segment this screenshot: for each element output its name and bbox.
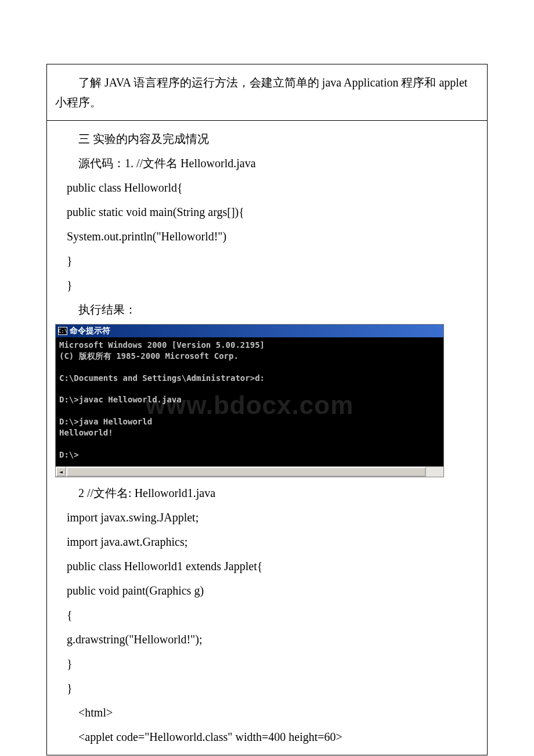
- content-cell: 三 实验的内容及完成情况 源代码：1. //文件名 Helloworld.jav…: [47, 121, 488, 755]
- code1-line: }: [55, 251, 479, 271]
- intro-paragraph: 了解 JAVA 语言程序的运行方法，会建立简单的 java Applicatio…: [55, 73, 479, 112]
- window-title: 命令提示符: [70, 326, 110, 336]
- code2-line: public void paint(Graphics g): [55, 581, 479, 600]
- code2-line: public class Helloworld1 extends Japplet…: [55, 556, 479, 576]
- console-line: (C) 版权所有 1985-2000 Microsoft Corp.: [59, 351, 239, 361]
- watermark-text: www.bdocx.com: [146, 388, 354, 422]
- section-heading: 三 实验的内容及完成情况: [55, 129, 479, 149]
- console-output: www.bdocx.comMicrosoft Windows 2000 [Ver…: [56, 337, 443, 466]
- scroll-track-gap: [426, 467, 443, 477]
- console-line: C:\Documents and Settings\Administrator>…: [59, 373, 265, 383]
- cmd-icon: C:\: [58, 327, 67, 335]
- console-line: D:\>java Helloworld: [59, 417, 152, 426]
- document-table: 了解 JAVA 语言程序的运行方法，会建立简单的 java Applicatio…: [46, 64, 488, 755]
- result-label: 执行结果：: [55, 300, 479, 319]
- titlebar: C:\ 命令提示符: [56, 325, 443, 337]
- console-line: Microsoft Windows 2000 [Version 5.00.219…: [59, 340, 265, 350]
- code2-line: }: [55, 654, 479, 674]
- code2-line: g.drawstring("Helloworld!");: [55, 629, 479, 649]
- code1-line: public static void main(String args[]){: [55, 202, 479, 222]
- command-prompt-window: C:\ 命令提示符 www.bdocx.comMicrosoft Windows…: [55, 324, 444, 477]
- intro-cell: 了解 JAVA 语言程序的运行方法，会建立简单的 java Applicatio…: [47, 64, 488, 121]
- horizontal-scrollbar[interactable]: ◄: [56, 466, 443, 477]
- console-line: Helloworld!: [59, 428, 113, 437]
- code2-line: {: [55, 605, 479, 625]
- html-line: <html>: [55, 703, 479, 722]
- code1-line: }: [55, 275, 479, 295]
- console-line: D:\>: [59, 450, 79, 459]
- html-line: <applet code="Helloworld.class" width=40…: [55, 727, 479, 747]
- code2-line: import javax.swing.JApplet;: [55, 507, 479, 527]
- source-label-2: 2 //文件名: Helloworld1.java: [55, 483, 479, 503]
- code2-line: }: [55, 678, 479, 698]
- source-label-1: 源代码：1. //文件名 Helloworld.java: [55, 153, 479, 173]
- scroll-left-button[interactable]: ◄: [56, 467, 66, 477]
- code1-line: System.out.println("Helloworld!"): [55, 226, 479, 246]
- console-line: D:\>javac Helloworld.java: [59, 395, 182, 404]
- scroll-thumb[interactable]: [66, 467, 426, 477]
- code2-line: import java.awt.Graphics;: [55, 532, 479, 552]
- code1-line: public class Helloworld{: [55, 178, 479, 197]
